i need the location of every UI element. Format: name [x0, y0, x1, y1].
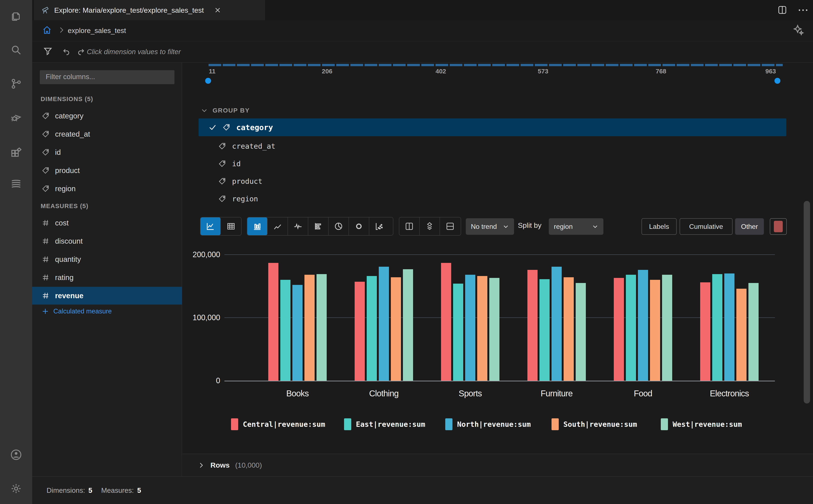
calculated-measure-button[interactable]: Calculated measure: [41, 308, 112, 315]
bar-Books-North[interactable]: [292, 285, 303, 381]
range-slider-left-handle[interactable]: [205, 78, 211, 84]
bar-Clothing-South[interactable]: [391, 277, 401, 381]
bar-Furniture-South[interactable]: [563, 277, 574, 381]
split-by-select[interactable]: region: [549, 218, 603, 235]
other-button[interactable]: Other: [735, 218, 764, 235]
undo-icon[interactable]: [62, 47, 71, 56]
x-axis-category-label: Clothing: [369, 389, 399, 398]
dimension-item-category[interactable]: category: [32, 107, 182, 125]
group-by-item-id[interactable]: id: [218, 155, 241, 172]
bar-Furniture-Central[interactable]: [527, 270, 537, 381]
breadcrumb-item[interactable]: explore_sales_test: [68, 27, 126, 35]
scatter-chart-icon[interactable]: [369, 217, 390, 235]
close-icon[interactable]: [214, 6, 222, 14]
measure-item-quantity[interactable]: quantity: [32, 250, 182, 268]
settings-gear-icon[interactable]: [10, 482, 22, 495]
bar-Food-East[interactable]: [626, 275, 636, 381]
rows-section-header[interactable]: Rows (10,000): [182, 454, 813, 476]
database-icon[interactable]: [10, 177, 22, 190]
search-icon[interactable]: [10, 44, 22, 56]
legend-item-North[interactable]: North|revenue:sum: [445, 418, 531, 430]
bar-Furniture-North[interactable]: [551, 267, 562, 381]
bar-Sports-Central[interactable]: [441, 263, 451, 381]
funnel-icon[interactable]: [43, 46, 53, 56]
color-swatch-button[interactable]: [770, 218, 787, 235]
view-toggle-group: [200, 217, 242, 236]
bar-Books-West[interactable]: [317, 274, 327, 381]
legend-item-East[interactable]: East|revenue:sum: [344, 418, 425, 430]
dimension-item-product[interactable]: product: [32, 162, 182, 179]
group-by-item-created_at[interactable]: created_at: [218, 138, 276, 155]
bar-Electronics-Central[interactable]: [700, 282, 710, 381]
trend-select[interactable]: No trend: [466, 218, 514, 235]
group-by-selected-label: category: [236, 123, 273, 132]
bar-Books-South[interactable]: [305, 275, 315, 381]
bar-Books-Central[interactable]: [268, 263, 279, 381]
bar-Food-North[interactable]: [638, 270, 648, 381]
bar-Food-West[interactable]: [662, 275, 672, 381]
layers-icon[interactable]: [420, 217, 440, 235]
bar-Electronics-South[interactable]: [736, 289, 747, 381]
group-by-header[interactable]: GROUP BY: [201, 107, 250, 114]
bar-Electronics-West[interactable]: [748, 283, 759, 381]
range-slider-right-handle[interactable]: [774, 78, 780, 84]
measure-item-rating[interactable]: rating: [32, 269, 182, 286]
chart-view-icon[interactable]: [200, 217, 221, 235]
redo-icon[interactable]: [76, 47, 85, 56]
split-columns-icon[interactable]: [399, 217, 420, 235]
legend-item-West[interactable]: West|revenue:sum: [661, 418, 742, 430]
bar-Books-East[interactable]: [280, 280, 291, 381]
labels-button[interactable]: Labels: [642, 218, 677, 235]
files-icon[interactable]: [10, 10, 22, 22]
vertical-scrollbar[interactable]: [804, 201, 810, 404]
split-editor-icon[interactable]: [777, 5, 788, 15]
bar-Electronics-East[interactable]: [712, 274, 722, 381]
group-by-item-selected[interactable]: category: [198, 118, 786, 136]
bar-Clothing-Central[interactable]: [355, 282, 365, 381]
run-debug-icon[interactable]: [10, 111, 22, 124]
split-by-select-value: region: [554, 223, 573, 231]
measure-item-cost[interactable]: cost: [32, 214, 182, 232]
dimension-item-created_at[interactable]: created_at: [32, 125, 182, 143]
bar-Clothing-North[interactable]: [379, 267, 389, 381]
dimension-item-id[interactable]: id: [32, 143, 182, 161]
split-rows-icon[interactable]: [440, 217, 460, 235]
extensions-icon[interactable]: [10, 145, 22, 158]
legend-item-Central[interactable]: Central|revenue:sum: [231, 418, 325, 430]
filter-columns-input[interactable]: Filter columns...: [40, 70, 174, 84]
x-axis-category-label: Sports: [459, 389, 482, 398]
group-by-item-product[interactable]: product: [218, 173, 262, 190]
bar-Sports-East[interactable]: [453, 284, 463, 381]
measure-item-revenue[interactable]: revenue: [32, 287, 182, 305]
measure-label: quantity: [55, 255, 81, 264]
bar-Electronics-North[interactable]: [724, 273, 735, 381]
dimension-item-region[interactable]: region: [32, 180, 182, 198]
account-icon[interactable]: [10, 448, 22, 461]
horizontal-bar-icon[interactable]: [308, 217, 329, 235]
bar-chart-icon[interactable]: [247, 217, 268, 235]
sparkles-icon[interactable]: [791, 23, 805, 37]
measure-item-discount[interactable]: discount: [32, 232, 182, 250]
tab-explore[interactable]: Explore: Maria/explore_test/explore_sale…: [34, 0, 265, 20]
range-histogram-strip[interactable]: [209, 64, 783, 66]
source-control-icon[interactable]: [10, 77, 22, 90]
line-chart-icon[interactable]: [268, 217, 288, 235]
group-by-item-region[interactable]: region: [218, 190, 258, 207]
bar-Food-Central[interactable]: [614, 278, 624, 381]
cumulative-button[interactable]: Cumulative: [680, 218, 733, 235]
more-actions-icon[interactable]: [798, 8, 808, 13]
legend-item-South[interactable]: South|revenue:sum: [551, 418, 637, 430]
bar-Furniture-East[interactable]: [539, 279, 550, 381]
table-view-icon[interactable]: [221, 217, 241, 235]
home-icon[interactable]: [42, 25, 52, 35]
bar-Food-South[interactable]: [650, 280, 660, 381]
bar-Sports-North[interactable]: [465, 275, 475, 381]
donut-chart-icon[interactable]: [349, 217, 369, 235]
bar-Sports-West[interactable]: [489, 278, 499, 381]
pulse-chart-icon[interactable]: [288, 217, 308, 235]
bar-Furniture-West[interactable]: [576, 283, 586, 381]
bar-Clothing-West[interactable]: [403, 269, 413, 381]
bar-Sports-South[interactable]: [477, 276, 487, 381]
bar-Clothing-East[interactable]: [367, 276, 377, 381]
pie-chart-icon[interactable]: [329, 217, 349, 235]
